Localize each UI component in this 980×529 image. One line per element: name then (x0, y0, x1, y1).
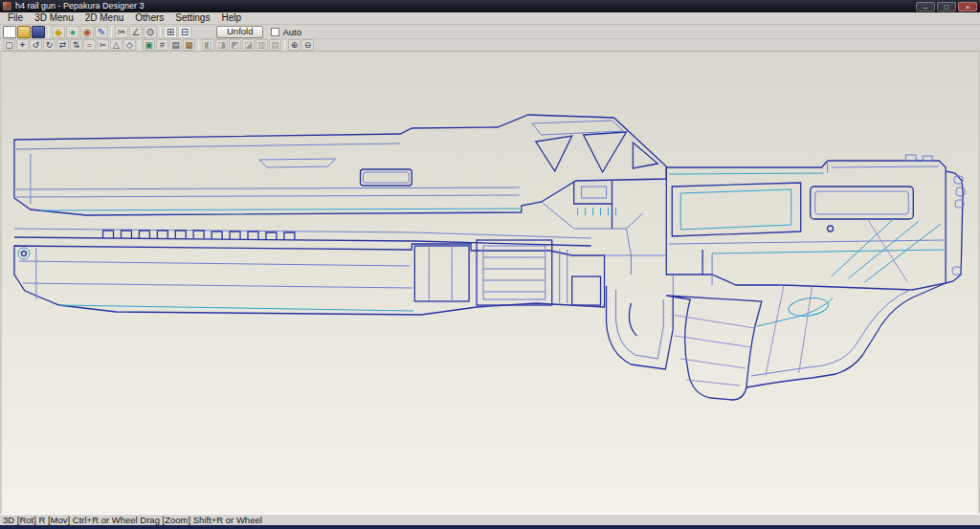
toolbar-main: ◆●◉✎ ✂∠⊙ ⊞⊟ Unfold Auto (0, 25, 980, 39)
material-icon[interactable]: ● (66, 26, 79, 38)
check-parts-icon[interactable]: ▣ (143, 39, 155, 51)
new-file-icon[interactable] (3, 26, 16, 38)
unfold-button[interactable]: Unfold (216, 26, 263, 38)
edge-id-icon[interactable]: # (156, 39, 168, 51)
gun-magazine-box (414, 240, 567, 305)
maximize-button[interactable]: □ (937, 2, 956, 11)
palette-icon[interactable]: ◉ (80, 26, 94, 38)
rotate-ccw-icon[interactable]: ↺ (30, 39, 42, 51)
close-button[interactable]: × (958, 2, 977, 11)
gun-grip (666, 296, 762, 400)
pen-icon[interactable]: ✎ (95, 26, 108, 38)
window-controls: – □ × (916, 2, 977, 11)
zoom-in-icon[interactable]: ⊕ (288, 39, 301, 51)
app-icon (3, 2, 11, 11)
menu-2d[interactable]: 2D Menu (79, 12, 130, 24)
menu-others[interactable]: Others (129, 12, 169, 24)
menu-settings[interactable]: Settings (169, 12, 215, 24)
align-top-icon[interactable]: ◩ (229, 39, 241, 51)
edit-flap-icon[interactable]: △ (110, 39, 122, 51)
measure-icon[interactable]: ∠ (129, 26, 143, 38)
gun-wireframe (2, 52, 978, 514)
gun-stock (746, 283, 946, 387)
window-3d-icon[interactable]: ⊞ (164, 26, 177, 38)
auto-checkbox[interactable] (271, 28, 279, 36)
gun-lower-barrel (14, 244, 605, 315)
pattern-icon[interactable]: ▤ (169, 39, 182, 51)
menu-file[interactable]: File (2, 12, 29, 24)
gun-butt-pad (946, 171, 965, 283)
gun-rail-teeth (14, 229, 591, 246)
align-bottom-icon[interactable]: ◪ (242, 39, 255, 51)
toolbar-separator (198, 40, 199, 51)
toolbar-separator (48, 27, 49, 37)
taskbar-edge (0, 525, 980, 529)
toolbar-2d-edit: ▢+↺↻⇄⇅=✂△◇ ▣#▤▦ ◧◨◩◪▥▤ ⊕⊖ (0, 39, 980, 52)
toolbar-separator (160, 27, 161, 37)
rotate-cw-icon[interactable]: ↻ (43, 39, 56, 51)
window-2d-icon[interactable]: ⊟ (178, 26, 191, 38)
menu-help[interactable]: Help (215, 12, 247, 24)
toolbar-separator (139, 40, 140, 51)
open-folder-icon[interactable] (17, 26, 31, 38)
distribute-v-icon[interactable]: ▤ (269, 39, 281, 51)
toolbar-separator (284, 40, 285, 51)
toolbar-separator (111, 27, 112, 37)
menu-3d[interactable]: 3D Menu (29, 12, 79, 24)
pepakura-window: h4 rail gun - Pepakura Designer 3 – □ × … (0, 0, 980, 529)
align-left-icon[interactable]: ◧ (202, 39, 214, 51)
cut-icon[interactable]: ✂ (115, 26, 128, 38)
align-right-icon[interactable]: ◨ (215, 39, 228, 51)
join-edge-icon[interactable]: = (83, 39, 96, 51)
flip-horizontal-icon[interactable]: ⇄ (56, 39, 69, 51)
gun-receiver (666, 155, 946, 290)
titlebar: h4 rail gun - Pepakura Designer 3 – □ × (0, 0, 980, 12)
divide-edge-icon[interactable]: ✂ (97, 39, 109, 51)
arrange-parts-icon[interactable]: ◇ (123, 39, 136, 51)
minimize-button[interactable]: – (916, 2, 935, 11)
gun-upper-rail (14, 115, 666, 215)
distribute-h-icon[interactable]: ▥ (256, 39, 268, 51)
select-icon[interactable]: ▢ (3, 39, 15, 51)
gun-trigger-guard (572, 255, 674, 369)
texture-view-icon[interactable]: ▦ (183, 39, 195, 51)
status-text: 3D [Rot] R [Mov] Ctrl+R or Wheel Drag [Z… (3, 515, 262, 525)
move-part-icon[interactable]: + (16, 39, 29, 51)
statusbar: 3D [Rot] R [Mov] Ctrl+R or Wheel Drag [Z… (0, 514, 980, 525)
zoom-out-icon[interactable]: ⊖ (301, 39, 314, 51)
magnify-icon[interactable]: ⊙ (144, 26, 157, 38)
viewport-3d[interactable] (0, 52, 980, 514)
texture-icon[interactable]: ◆ (52, 26, 65, 38)
auto-option: Auto (271, 27, 301, 37)
auto-label: Auto (282, 27, 301, 37)
window-title: h4 rail gun - Pepakura Designer 3 (15, 0, 916, 12)
menubar: File3D Menu2D MenuOthersSettingsHelp (0, 12, 980, 25)
save-icon[interactable] (32, 26, 45, 38)
flip-vertical-icon[interactable]: ⇅ (70, 39, 82, 51)
